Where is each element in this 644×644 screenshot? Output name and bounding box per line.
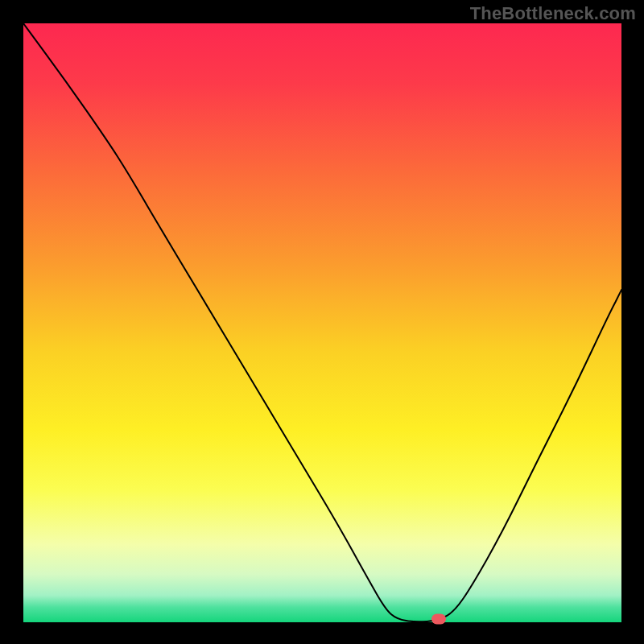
watermark-text: TheBottleneck.com [470,3,636,24]
bottleneck-marker [431,613,446,624]
chart-frame: TheBottleneck.com [0,0,644,644]
gradient-background [23,23,621,622]
plot-area [23,23,621,622]
plot-svg [23,23,621,622]
